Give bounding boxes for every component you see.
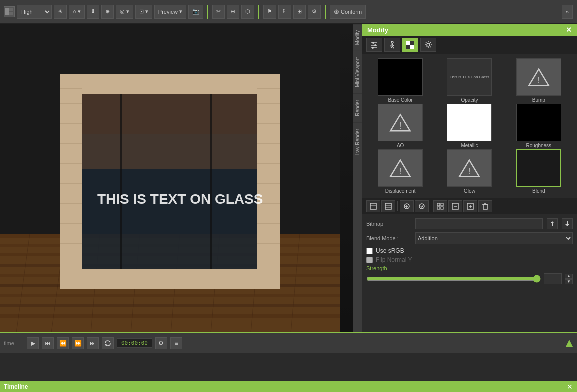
svg-rect-47 bbox=[120, 94, 122, 269]
frame2-btn[interactable]: ⊡ ▾ bbox=[136, 5, 152, 19]
material-grid: Base Color This is TEXT on Glass Opacity… bbox=[362, 54, 577, 198]
settings-btn[interactable]: ⚙ bbox=[156, 337, 168, 349]
material-thumb-metallic[interactable] bbox=[447, 104, 492, 141]
timeline-close-btn[interactable]: ✕ bbox=[567, 383, 573, 391]
iray-tab[interactable]: Iray Render bbox=[354, 122, 362, 161]
svg-rect-25 bbox=[60, 269, 280, 289]
flag1-btn[interactable]: ⚑ bbox=[264, 5, 276, 19]
grid1-btn[interactable]: ⊞ bbox=[294, 5, 306, 19]
modify-close-btn[interactable]: ✕ bbox=[566, 26, 572, 34]
bitmap-clear-btn[interactable] bbox=[562, 218, 573, 229]
viewport[interactable]: THIS IS TEXT ON GLASS Modify Mini Viewpo… bbox=[0, 24, 362, 332]
scene: THIS IS TEXT ON GLASS bbox=[0, 24, 362, 332]
material-label-bump: Bump bbox=[532, 97, 546, 103]
use-srgb-label: Use sRGB bbox=[376, 247, 404, 254]
modify-tabs bbox=[362, 36, 577, 54]
bitmap-load-btn[interactable] bbox=[547, 218, 558, 229]
use-srgb-row: Use sRGB bbox=[366, 247, 573, 254]
edit3-btn[interactable]: ⬡ bbox=[242, 5, 254, 19]
svg-rect-0 bbox=[6, 8, 9, 15]
mat-grid-btn[interactable] bbox=[434, 200, 448, 212]
strength-label: Strength bbox=[366, 265, 573, 271]
mat-load-btn[interactable] bbox=[366, 200, 380, 212]
material-slot-bump: ! Bump bbox=[505, 58, 573, 103]
layout-toggle-btn[interactable] bbox=[4, 6, 15, 17]
sun-btn[interactable]: ☀ bbox=[54, 5, 67, 19]
material-slot-opacity: This is TEXT on Glass Opacity bbox=[436, 58, 504, 103]
end-btn[interactable]: ⏭ bbox=[87, 337, 99, 349]
mat-load2-btn[interactable] bbox=[382, 200, 396, 212]
svg-point-83 bbox=[420, 204, 424, 209]
material-label-displacement: Displacement bbox=[386, 188, 416, 194]
strength-down-btn[interactable]: ▼ bbox=[565, 279, 573, 284]
svg-rect-64 bbox=[410, 41, 414, 45]
modify-tab-gear[interactable] bbox=[420, 38, 436, 52]
strength-value[interactable]: 100 bbox=[544, 273, 562, 284]
material-thumb-blend[interactable] bbox=[516, 149, 562, 187]
save-btn[interactable]: ⬇ bbox=[87, 5, 100, 19]
flip-normal-row: Flip Normal Y bbox=[366, 256, 573, 263]
play-btn[interactable]: ▶ bbox=[27, 337, 39, 349]
right-panel: Modify ✕ Base Color bbox=[362, 24, 577, 332]
material-thumb-roughness[interactable] bbox=[516, 104, 562, 141]
timeline-track[interactable] bbox=[0, 353, 577, 381]
expand-btn[interactable]: » bbox=[562, 5, 573, 19]
home-btn[interactable]: ⌂ ▾ bbox=[69, 5, 85, 19]
back-btn[interactable]: ⏪ bbox=[57, 337, 69, 349]
mat-add2-btn[interactable] bbox=[415, 200, 429, 212]
svg-text:!: ! bbox=[400, 166, 402, 176]
loop-btn[interactable] bbox=[102, 337, 114, 349]
mat-flatten-btn[interactable] bbox=[448, 200, 462, 212]
preview-btn[interactable]: Preview ▾ bbox=[154, 5, 186, 19]
material-thumb-base-color[interactable] bbox=[378, 58, 423, 96]
properties-area: Bitmap Blend Mode : Addition MultiplyScr… bbox=[362, 214, 577, 332]
svg-rect-13 bbox=[0, 314, 340, 318]
material-toolbar bbox=[362, 198, 577, 214]
gear1-btn[interactable]: ⚙ bbox=[308, 5, 321, 19]
svg-text:!: ! bbox=[468, 166, 471, 176]
timeline-menu-btn[interactable]: ≡ bbox=[170, 337, 182, 349]
material-thumb-displacement[interactable]: ! bbox=[378, 149, 423, 187]
frame-btn[interactable]: ⊕ bbox=[102, 5, 114, 19]
timeline-area: time ▶ ⏮ ⏪ ⏩ ⏭ 00:00:00 ⚙ ≡ Timeline ✕ bbox=[0, 332, 577, 392]
quality-dropdown[interactable]: High LowMediumUltra bbox=[17, 5, 52, 19]
blend-mode-dropdown[interactable]: Addition MultiplyScreenOverlayNormal bbox=[416, 232, 573, 244]
material-label-glow: Glow bbox=[464, 188, 476, 194]
rewind-btn[interactable]: ⏮ bbox=[42, 337, 54, 349]
modify-tab-skeleton[interactable] bbox=[384, 38, 400, 52]
svg-line-61 bbox=[392, 46, 394, 48]
strength-up-btn[interactable]: ▲ bbox=[565, 274, 573, 279]
mini-viewport-tab[interactable]: Mini Viewport bbox=[354, 51, 362, 93]
mat-delete-btn[interactable] bbox=[478, 200, 492, 212]
material-slot-metallic: Metallic bbox=[436, 104, 504, 148]
render-mode-btn[interactable]: ◎ ▾ bbox=[116, 5, 134, 19]
modify-tab-sliders[interactable] bbox=[366, 38, 382, 52]
mat-sep2 bbox=[431, 201, 432, 211]
forward-btn[interactable]: ⏩ bbox=[72, 337, 84, 349]
use-srgb-checkbox[interactable] bbox=[366, 248, 373, 254]
flag2-btn[interactable]: ⚐ bbox=[278, 5, 292, 19]
svg-rect-62 bbox=[406, 41, 410, 45]
svg-point-51 bbox=[372, 42, 374, 44]
material-thumb-ao[interactable]: ! bbox=[378, 104, 423, 141]
modify-tab-checker[interactable] bbox=[402, 38, 418, 52]
material-thumb-bump[interactable]: ! bbox=[516, 58, 562, 96]
mat-option-btn[interactable] bbox=[464, 200, 478, 212]
modify-title: Modify bbox=[368, 26, 388, 34]
scene-svg: THIS IS TEXT ON GLASS bbox=[0, 24, 362, 332]
material-thumb-glow[interactable]: ! bbox=[447, 149, 492, 187]
main-toolbar: High LowMediumUltra ☀ ⌂ ▾ ⬇ ⊕ ◎ ▾ ⊡ ▾ Pr… bbox=[0, 0, 577, 24]
mat-add-btn[interactable] bbox=[400, 200, 414, 212]
edit1-btn[interactable]: ✂ bbox=[212, 5, 225, 19]
strength-slider[interactable] bbox=[366, 275, 541, 283]
svg-rect-1 bbox=[10, 8, 14, 11]
flip-normal-checkbox[interactable] bbox=[366, 257, 373, 263]
edit2-btn[interactable]: ⊕ bbox=[227, 5, 240, 19]
render-tab[interactable]: Render bbox=[354, 93, 362, 122]
bitmap-input[interactable] bbox=[416, 218, 543, 229]
material-slot-ao: ! AO bbox=[366, 104, 434, 148]
conform-btn[interactable]: ⊛ Conform bbox=[330, 5, 366, 19]
modify-tab[interactable]: Modify bbox=[354, 24, 362, 51]
camera-btn[interactable]: 📷 bbox=[188, 5, 204, 19]
material-thumb-opacity[interactable]: This is TEXT on Glass bbox=[447, 58, 492, 96]
